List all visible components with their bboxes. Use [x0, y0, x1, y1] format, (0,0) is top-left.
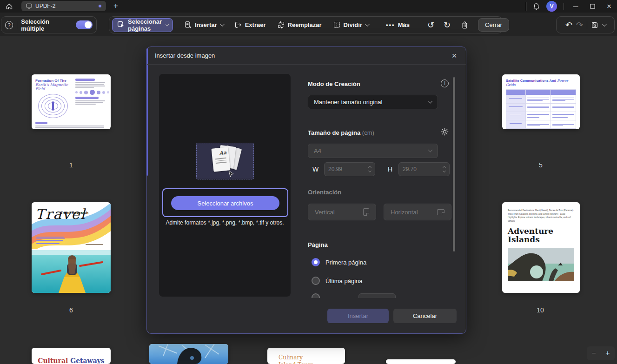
unsaved-dot-icon [99, 5, 101, 7]
rotate-right-icon[interactable]: ↻ [444, 21, 451, 29]
extract-label: Extraer [245, 21, 266, 28]
options-panel: Modo de Creación i Mantener tamaño origi… [308, 74, 451, 298]
page-thumbnail-6[interactable]: Trend Research Travel [32, 202, 111, 293]
page-thumbnail-cultural[interactable]: Cultural Getaways [32, 348, 111, 364]
orientation-vertical-button[interactable]: Vertical [308, 204, 376, 220]
select-files-button[interactable]: Seleccionar archivos [171, 196, 279, 210]
page-art [149, 344, 228, 364]
zoom-in-button[interactable]: + [605, 349, 610, 357]
chevron-down-icon [166, 22, 169, 26]
replace-label: Reemplazar [288, 21, 322, 28]
rotate-left-icon[interactable]: ↺ [427, 21, 434, 29]
vertical-label: Vertical [315, 209, 335, 216]
replace-button[interactable]: Reemplazar [272, 18, 326, 32]
radio-last-page[interactable]: Última página [312, 277, 363, 285]
height-stepper[interactable] [443, 166, 445, 172]
width-input[interactable]: 20.99 [324, 162, 375, 176]
page1-subtitle: Earth's Magnetic Field [35, 83, 72, 91]
page-size-preset-select[interactable]: A4 [308, 144, 438, 158]
bell-icon[interactable] [533, 3, 540, 10]
page-thumbnail-photo[interactable] [149, 344, 228, 364]
undo-icon[interactable]: ↶ [565, 21, 572, 29]
page-thumbnail-10[interactable]: Recommended Destinations: Maui (Hawaii),… [502, 202, 580, 293]
close-organize-button[interactable]: Cerrar [478, 18, 509, 32]
home-icon [6, 3, 13, 10]
dialog-scrollbar[interactable] [453, 77, 455, 251]
page-art: Formation Of The Earth's Magnetic Field [35, 79, 107, 120]
radio-custom-page[interactable] [312, 293, 320, 298]
page-thumbnail-1[interactable]: Formation Of The Earth's Magnetic Field [32, 74, 111, 129]
cultural-title: Cultural Getaways [32, 357, 111, 364]
divide-icon [333, 21, 341, 29]
gear-icon[interactable] [440, 127, 449, 136]
page10-text: Recommended Destinations: Maui (Hawaii),… [508, 209, 574, 223]
titlebar: UPDF-2 + V ─ × [0, 0, 617, 13]
select-pages-label: Seleccionar páginas [128, 18, 163, 32]
orientation-horizontal-button[interactable]: Horizontal [384, 204, 451, 220]
home-button[interactable] [4, 1, 15, 11]
radio-first-page[interactable]: Primera página [312, 258, 366, 266]
zoom-out-button[interactable]: − [591, 349, 596, 357]
more-label: Más [398, 21, 410, 28]
width-stepper[interactable] [369, 166, 371, 172]
add-tab-button[interactable]: + [111, 1, 121, 11]
multi-select-toggle[interactable] [76, 20, 93, 29]
image-dropzone[interactable]: Aa Seleccionar archivos Admite formatos … [159, 74, 291, 297]
width-value: 20.99 [328, 166, 342, 172]
avatar[interactable]: V [546, 1, 557, 12]
chevron-down-icon[interactable] [526, 2, 526, 11]
insert-button[interactable]: Insertar [179, 18, 228, 32]
page-number-6: 6 [32, 306, 111, 314]
dialog-cancel-button[interactable]: Cancelar [393, 309, 457, 323]
titlebar-divider [564, 3, 564, 10]
maximize-icon[interactable] [587, 2, 597, 10]
formats-hint: Admite formatos *.jpg, *.png, *.bmp, *.t… [164, 219, 286, 226]
trash-icon[interactable] [461, 21, 469, 29]
height-input[interactable]: 29.70 [398, 162, 450, 176]
help-icon[interactable]: ? [5, 21, 13, 29]
page-section-label: Página [308, 241, 328, 248]
chevron-down-icon [365, 22, 370, 26]
first-page-label: Primera página [325, 259, 366, 266]
chevron-down-icon [428, 148, 433, 152]
page-art: Recommended Destinations: Maui (Hawaii),… [508, 209, 574, 281]
save-icon[interactable] [591, 21, 598, 29]
page-thumbnail-partial[interactable] [386, 359, 456, 364]
custom-page-input[interactable] [358, 293, 396, 298]
divider [17, 21, 17, 29]
page-art [35, 122, 107, 129]
info-icon[interactable]: i [441, 79, 449, 87]
divide-button[interactable]: Dividir [328, 18, 373, 32]
radio-selected-icon [312, 258, 320, 266]
extract-icon [234, 21, 242, 29]
extract-button[interactable]: Extraer [230, 18, 271, 32]
landscape-page-icon [437, 209, 445, 215]
drop-target[interactable]: Aa [196, 143, 254, 179]
dialog-close-icon[interactable]: × [448, 50, 460, 62]
close-window-icon[interactable]: × [604, 2, 614, 11]
page-size-preset-value: A4 [314, 147, 321, 154]
page-number-5: 5 [501, 161, 580, 169]
radio-unselected-icon [312, 293, 320, 298]
select-pages-button[interactable]: Seleccionar páginas [112, 18, 173, 32]
minimize-icon[interactable]: ─ [571, 2, 581, 10]
redo-icon[interactable]: ↷ [576, 21, 583, 29]
culinary-title: Culinary Island Tours [279, 354, 345, 364]
tools-group: Seleccionar páginas Insertar Extraer [109, 16, 503, 33]
height-value: 29.70 [403, 166, 417, 172]
page-thumbnail-5[interactable]: Satellite Communications And Power Grids [502, 74, 580, 129]
page-art [506, 89, 576, 129]
page1-title: Formation Of The [35, 79, 72, 83]
history-group: ↶ ↷ [556, 16, 615, 33]
portrait-page-icon [363, 208, 369, 216]
page-thumbnail-culinary[interactable]: Culinary Island Tours [267, 348, 345, 364]
divider [147, 64, 466, 65]
document-tab[interactable]: UPDF-2 [21, 1, 106, 11]
zoom-controls: − + [587, 346, 615, 360]
page6-title: Travel [35, 206, 86, 222]
dialog-insert-button[interactable]: Insertar [327, 309, 389, 323]
save-chevron-icon[interactable] [602, 22, 607, 26]
creation-mode-value: Mantener tamaño original [314, 99, 382, 106]
more-button[interactable]: ••• Más [381, 18, 414, 32]
creation-mode-select[interactable]: Mantener tamaño original [308, 95, 438, 109]
